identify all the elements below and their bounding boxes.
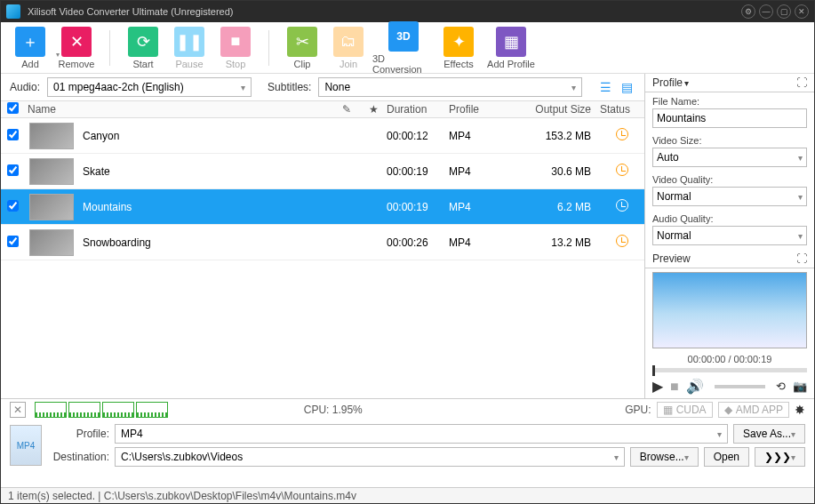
row-duration: 00:00:19 — [387, 165, 449, 178]
col-star[interactable]: ★ — [360, 103, 387, 116]
row-duration: 00:00:26 — [387, 236, 449, 249]
videosize-select[interactable]: Auto — [652, 148, 807, 167]
effects-button[interactable]: ✦ Effects — [436, 27, 481, 69]
add-profile-button[interactable]: ▦ Add Profile — [483, 27, 539, 69]
amd-button[interactable]: ◆AMD APP — [718, 402, 789, 418]
row-profile: MP4 — [449, 165, 529, 178]
thumbnail-icon — [29, 194, 74, 220]
app-logo-icon — [6, 4, 20, 19]
preview-slider[interactable] — [652, 368, 807, 372]
row-profile: MP4 — [449, 130, 529, 142]
destination-select[interactable]: C:\Users\s.zubkov\Videos — [115, 447, 625, 467]
row-checkbox[interactable] — [7, 200, 19, 212]
audioquality-select[interactable]: Normal — [652, 226, 807, 245]
more-button[interactable]: ❯❯❯ — [755, 447, 805, 467]
volume-icon[interactable]: 🔊 — [686, 378, 704, 395]
preview-panel-header: Preview ⛶ — [645, 249, 814, 268]
clip-button[interactable]: ✂ Clip — [280, 27, 324, 69]
gpu-label: GPU: — [625, 404, 651, 416]
stop-icon: ■ — [220, 27, 251, 57]
grid-header: Name ✎ ★ Duration Profile Output Size St… — [1, 100, 644, 118]
profile-select[interactable]: MP4 — [115, 424, 728, 444]
expand-preview-icon[interactable]: ⛶ — [796, 252, 807, 265]
close-graphs-button[interactable]: ✕ — [10, 402, 26, 418]
cpu-label: CPU: 1.95% — [304, 404, 363, 416]
open-button[interactable]: Open — [704, 447, 749, 467]
clock-icon — [616, 164, 628, 176]
settings-gear-icon[interactable]: ✸ — [795, 403, 805, 417]
detail-view-icon[interactable]: ▤ — [618, 78, 635, 96]
wand-icon: ✦ — [443, 27, 474, 57]
list-view-icon[interactable]: ☰ — [596, 78, 614, 96]
3d-conversion-button[interactable]: 3D 3D Conversion — [372, 21, 435, 75]
audio-select[interactable]: 01 mpeg4aac-2ch (English) — [47, 77, 252, 97]
clock-icon — [616, 128, 628, 140]
table-row[interactable]: Skate00:00:19MP430.6 MB — [1, 154, 644, 189]
row-size: 30.6 MB — [529, 165, 600, 178]
clock-icon — [616, 199, 628, 212]
row-status — [600, 235, 644, 250]
minimize-button[interactable]: — — [759, 4, 773, 19]
scissors-icon: ✂ — [287, 27, 317, 57]
row-checkbox[interactable] — [7, 164, 19, 176]
row-size: 153.2 MB — [529, 130, 600, 142]
table-row[interactable]: Mountains00:00:19MP46.2 MB — [1, 189, 644, 225]
cpu-graphs — [35, 402, 168, 418]
snapshot-icon[interactable]: 📷 — [793, 380, 807, 393]
profile-label: Profile: — [47, 428, 109, 440]
start-button[interactable]: ⟳ Start — [121, 27, 165, 69]
add-button[interactable]: ＋ Add — [8, 27, 52, 69]
cpu-graph-icon — [136, 402, 168, 418]
col-status[interactable]: Status — [600, 103, 644, 116]
destination-row: MP4 Profile: MP4 Save As... Destination:… — [1, 420, 814, 470]
selectors-row: Audio: 01 mpeg4aac-2ch (English) Subtitl… — [1, 74, 644, 100]
preview-time: 00:00:00 / 00:00:19 — [645, 352, 814, 366]
col-output-size[interactable]: Output Size — [529, 103, 600, 116]
col-edit[interactable]: ✎ — [333, 103, 360, 116]
preview-title: Preview — [652, 252, 691, 265]
preview-video[interactable] — [652, 272, 807, 348]
row-status — [600, 199, 644, 214]
filename-input[interactable]: Mountains — [652, 108, 807, 128]
volume-slider[interactable] — [715, 385, 765, 388]
col-name[interactable]: Name — [24, 103, 333, 116]
close-button[interactable]: ✕ — [795, 4, 809, 19]
row-checkbox[interactable] — [7, 129, 19, 140]
profile-panel-header: Profile▾ ⛶ — [645, 74, 814, 92]
cuda-button[interactable]: ▦CUDA — [657, 402, 713, 418]
row-name: Skate — [79, 165, 333, 178]
maximize-button[interactable]: ▢ — [777, 4, 791, 19]
row-size: 13.2 MB — [529, 236, 600, 249]
col-duration[interactable]: Duration — [387, 103, 449, 116]
thumbnail-icon — [29, 123, 74, 149]
stop-preview-button[interactable]: ■ — [670, 379, 679, 395]
loop-icon[interactable]: ⟲ — [776, 380, 786, 393]
saveas-button[interactable]: Save As... — [733, 424, 805, 444]
videoquality-select[interactable]: Normal — [652, 187, 807, 206]
refresh-icon: ⟳ — [128, 27, 158, 57]
profile-thumb-icon: MP4 — [10, 425, 42, 466]
toolbar: ＋ Add ✕ Remove ⟳ Start ❚❚ Pause ■ Stop ✂… — [1, 22, 814, 74]
col-profile[interactable]: Profile — [449, 103, 529, 116]
window-title: Xilisoft Video Converter Ultimate (Unreg… — [28, 6, 741, 17]
browse-button[interactable]: Browse... — [630, 447, 699, 467]
select-all-checkbox[interactable] — [7, 102, 19, 114]
subtitles-select[interactable]: None — [318, 77, 582, 97]
pause-button[interactable]: ❚❚ Pause — [167, 27, 212, 69]
remove-button[interactable]: ✕ Remove — [54, 27, 99, 69]
expand-profile-icon[interactable]: ⛶ — [796, 76, 807, 89]
thumbnail-icon — [29, 158, 74, 185]
pause-icon: ❚❚ — [174, 27, 204, 57]
stop-button[interactable]: ■ Stop — [213, 27, 258, 69]
titlebar: Xilisoft Video Converter Ultimate (Unreg… — [1, 1, 814, 22]
separator — [268, 30, 269, 66]
cpu-graph-icon — [35, 402, 67, 418]
cpu-graph-icon — [102, 402, 134, 418]
table-row[interactable]: Canyon00:00:12MP4153.2 MB — [1, 118, 644, 154]
settings-round-icon[interactable]: ⚙ — [741, 4, 755, 19]
table-row[interactable]: Snowboarding00:00:26MP413.2 MB — [1, 225, 644, 260]
play-button[interactable]: ▶ — [652, 378, 663, 395]
join-button[interactable]: 🗂 Join — [326, 27, 371, 69]
row-checkbox[interactable] — [7, 236, 19, 247]
stats-row: ✕ CPU: 1.95% GPU: ▦CUDA ◆AMD APP ✸ — [1, 399, 814, 420]
